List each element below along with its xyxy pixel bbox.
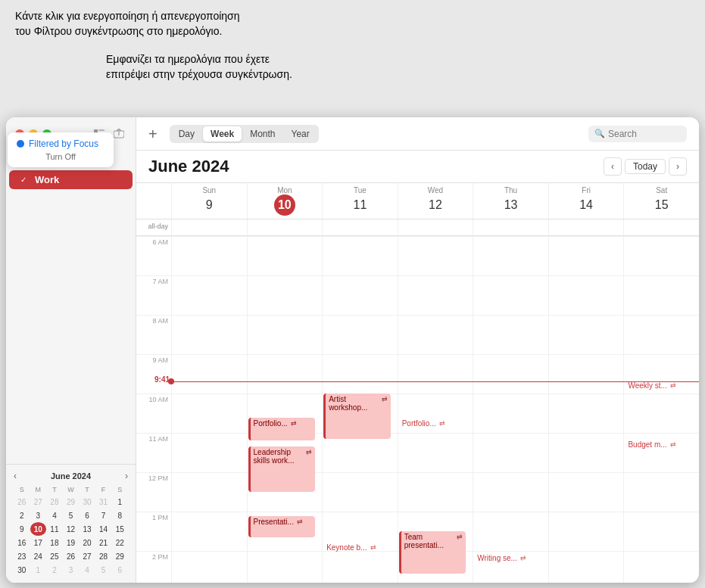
time-cell-2-0[interactable] (171, 315, 247, 354)
mini-cal-day[interactable]: 23 (14, 549, 30, 563)
time-cell-8-4[interactable] (473, 551, 548, 583)
time-cell-5-6[interactable] (623, 433, 699, 472)
time-cell-7-4[interactable] (473, 512, 548, 551)
time-cell-4-5[interactable] (548, 394, 624, 433)
mini-cal-day[interactable]: 1 (30, 563, 47, 577)
time-cell-0-1[interactable] (247, 236, 323, 275)
day-col-header-2[interactable]: Tue 11 (322, 183, 398, 219)
time-cell-6-2[interactable] (322, 472, 398, 512)
time-cell-3-5[interactable] (548, 354, 624, 394)
time-cell-0-5[interactable] (548, 236, 624, 275)
cal-prev-button[interactable]: ‹ (604, 157, 622, 176)
time-cell-3-3[interactable] (398, 354, 473, 394)
mini-cal-day[interactable]: 24 (30, 549, 47, 563)
time-cell-6-3[interactable] (398, 472, 473, 512)
mini-cal-next[interactable]: › (125, 471, 128, 481)
view-month-button[interactable]: Month (242, 126, 282, 142)
mini-cal-day[interactable]: 6 (79, 509, 95, 522)
mini-cal-day[interactable]: 4 (46, 509, 63, 522)
time-cell-1-6[interactable] (623, 275, 699, 315)
time-cell-4-3[interactable] (398, 394, 473, 433)
time-cell-5-5[interactable] (548, 433, 624, 472)
mini-cal-day[interactable]: 30 (14, 563, 30, 577)
time-cell-1-3[interactable] (398, 275, 473, 315)
time-cell-1-0[interactable] (171, 275, 247, 315)
time-cell-7-6[interactable] (623, 512, 699, 551)
search-box[interactable]: 🔍 (588, 126, 687, 142)
time-cell-1-2[interactable] (322, 275, 398, 315)
mini-cal-day[interactable]: 29 (63, 495, 80, 509)
view-day-button[interactable]: Day (171, 126, 202, 142)
time-cell-1-1[interactable] (247, 275, 323, 315)
search-input[interactable] (608, 129, 681, 139)
view-week-button[interactable]: Week (203, 126, 242, 142)
mini-cal-day[interactable]: 13 (79, 522, 95, 536)
time-cell-7-0[interactable] (171, 512, 247, 551)
time-cell-1-5[interactable] (548, 275, 624, 315)
time-cell-5-1[interactable] (247, 433, 323, 472)
mini-cal-day[interactable]: 22 (111, 536, 128, 549)
time-cell-8-1[interactable] (247, 551, 323, 583)
time-cell-2-2[interactable] (322, 315, 398, 354)
day-col-header-3[interactable]: Wed 12 (398, 183, 473, 219)
time-cell-2-4[interactable] (473, 315, 548, 354)
mini-cal-day[interactable]: 27 (30, 495, 47, 509)
focus-filter-popup[interactable]: Filtered by Focus Turn Off (8, 132, 114, 167)
time-cell-6-6[interactable] (623, 472, 699, 512)
time-cell-8-5[interactable] (548, 551, 624, 583)
today-button[interactable]: Today (625, 159, 666, 174)
time-cell-0-0[interactable] (171, 236, 247, 275)
mini-cal-day[interactable]: 11 (46, 522, 63, 536)
mini-cal-day[interactable]: 6 (111, 563, 128, 577)
sidebar-item-work[interactable]: ✓ Work (9, 170, 133, 189)
time-cell-4-6[interactable] (623, 394, 699, 433)
mini-cal-day[interactable]: 21 (95, 536, 112, 549)
mini-cal-day[interactable]: 3 (30, 509, 47, 522)
time-cell-8-2[interactable] (322, 551, 398, 583)
time-cell-8-3[interactable] (398, 551, 473, 583)
mini-cal-day[interactable]: 5 (95, 563, 112, 577)
mini-cal-day[interactable]: 25 (46, 549, 63, 563)
cal-next-button[interactable]: › (669, 157, 687, 176)
time-cell-8-6[interactable] (623, 551, 699, 583)
mini-cal-day[interactable]: 8 (111, 509, 128, 522)
time-cell-2-3[interactable] (398, 315, 473, 354)
mini-cal-prev[interactable]: ‹ (14, 471, 17, 481)
time-cell-4-2[interactable] (322, 394, 398, 433)
time-cell-0-6[interactable] (623, 236, 699, 275)
day-col-header-4[interactable]: Thu 13 (473, 183, 548, 219)
mini-cal-day[interactable]: 27 (79, 549, 95, 563)
time-cell-5-2[interactable] (322, 433, 398, 472)
time-cell-8-0[interactable] (171, 551, 247, 583)
time-cell-2-1[interactable] (247, 315, 323, 354)
view-year-button[interactable]: Year (284, 126, 317, 142)
day-col-header-1[interactable]: Mon 10 (247, 183, 323, 219)
time-cell-7-3[interactable] (398, 512, 473, 551)
time-cell-1-4[interactable] (473, 275, 548, 315)
share-icon[interactable] (111, 126, 126, 142)
mini-cal-day[interactable]: 26 (14, 495, 30, 509)
time-cell-4-4[interactable] (473, 394, 548, 433)
mini-cal-day[interactable]: 20 (79, 536, 95, 549)
mini-cal-day[interactable]: 3 (63, 563, 80, 577)
mini-cal-day[interactable]: 12 (63, 522, 80, 536)
mini-cal-day[interactable]: 1 (111, 495, 128, 509)
time-cell-7-5[interactable] (548, 512, 624, 551)
time-cell-7-2[interactable] (322, 512, 398, 551)
time-cell-5-0[interactable] (171, 433, 247, 472)
mini-cal-day[interactable]: 16 (14, 536, 30, 549)
time-cell-6-5[interactable] (548, 472, 624, 512)
mini-cal-day[interactable]: 31 (95, 495, 112, 509)
time-cell-0-3[interactable] (398, 236, 473, 275)
mini-cal-day[interactable]: 4 (79, 563, 95, 577)
mini-cal-day[interactable]: 5 (63, 509, 80, 522)
mini-cal-day[interactable]: 26 (63, 549, 80, 563)
day-col-header-6[interactable]: Sat 15 (623, 183, 699, 219)
turn-off-button[interactable]: Turn Off (17, 152, 105, 161)
time-cell-2-6[interactable] (623, 315, 699, 354)
time-cell-3-6[interactable] (623, 354, 699, 394)
mini-cal-day[interactable]: 18 (46, 536, 63, 549)
time-cell-6-4[interactable] (473, 472, 548, 512)
time-cell-0-4[interactable] (473, 236, 548, 275)
time-cell-0-2[interactable] (322, 236, 398, 275)
